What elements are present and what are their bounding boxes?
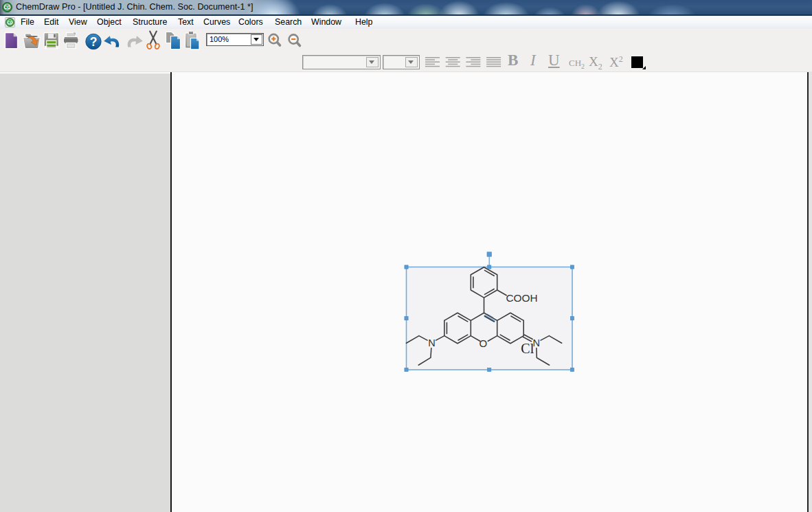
svg-text:COOH: COOH	[506, 292, 538, 304]
svg-text:Cl: Cl	[521, 341, 534, 356]
svg-text:N: N	[428, 337, 435, 348]
svg-text:O: O	[480, 337, 488, 349]
